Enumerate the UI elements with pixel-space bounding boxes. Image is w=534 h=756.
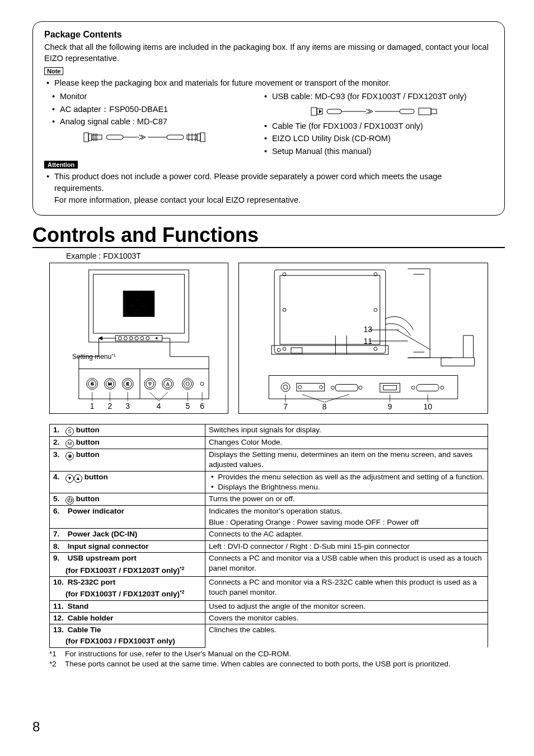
example-label: Example : FDX1003T	[66, 251, 505, 260]
svg-point-67	[184, 380, 191, 388]
svg-rect-33	[115, 335, 162, 341]
note-line: Please keep the packaging box and materi…	[44, 77, 493, 89]
right-items2: Cable Tie (for FDX1003 / FDX1003T only) …	[264, 120, 493, 157]
svg-point-101	[298, 385, 302, 389]
note-label: Note	[44, 67, 63, 75]
left-items: Monitor AC adapter：FSP050-DBAE1 Analog s…	[52, 90, 251, 128]
svg-rect-18	[327, 109, 341, 114]
svg-text:Information: Information	[133, 311, 144, 314]
att-line1: This product does not include a power co…	[54, 172, 442, 193]
svg-rect-3	[106, 135, 123, 139]
item-tie: Cable Tie (for FDX1003 / FDX1003T only)	[264, 120, 493, 132]
item-manual: Setup Manual (this manual)	[264, 145, 493, 157]
item-monitor: Monitor	[52, 90, 251, 102]
svg-rect-16	[311, 108, 317, 115]
svg-point-99	[283, 385, 288, 389]
svg-rect-97	[269, 376, 457, 399]
contents-columns: Monitor AC adapter：FSP050-DBAE1 Analog s…	[44, 90, 493, 157]
svg-line-74	[159, 392, 168, 401]
svg-text:Color: Color	[136, 298, 142, 301]
fn2-text: These ports cannot be used at the same t…	[65, 659, 488, 669]
svg-point-93	[277, 348, 280, 352]
svg-rect-22	[419, 108, 431, 115]
svg-rect-85	[280, 276, 380, 344]
svg-point-68	[186, 382, 189, 385]
svg-text:8: 8	[322, 402, 327, 411]
svg-text:6: 6	[200, 402, 204, 410]
figure-rear: 13 11 7 8 9 10	[238, 263, 488, 414]
svg-point-39	[146, 337, 149, 340]
svg-point-40	[156, 338, 157, 339]
svg-rect-103	[335, 384, 358, 391]
svg-text:7: 7	[283, 402, 288, 411]
svg-point-69	[200, 382, 204, 385]
svg-text:Screen: Screen	[135, 302, 143, 305]
svg-text:PowerManager: PowerManager	[132, 305, 147, 307]
svg-text:3: 3	[125, 402, 130, 410]
svg-text:S: S	[91, 381, 93, 386]
svg-point-110	[441, 386, 444, 389]
svg-rect-107	[383, 385, 397, 390]
svg-rect-94	[291, 348, 302, 353]
analog-cable-icon	[83, 129, 212, 145]
usb-cable-icon	[310, 104, 439, 119]
svg-point-35	[124, 337, 127, 340]
svg-line-113	[325, 394, 350, 402]
svg-text:Setting menu*1: Setting menu*1	[72, 353, 116, 361]
svg-point-91	[374, 308, 377, 311]
svg-text:2: 2	[108, 402, 113, 410]
svg-rect-108	[416, 384, 439, 391]
svg-point-109	[411, 386, 415, 389]
svg-text:Menu: Menu	[135, 294, 143, 297]
svg-text:E: E	[126, 381, 129, 386]
right-col: USB cable: MD-C93 (for FDX1003T / FDX120…	[256, 90, 493, 157]
svg-rect-23	[431, 109, 437, 114]
svg-point-34	[118, 337, 121, 340]
svg-point-105	[359, 386, 362, 389]
svg-rect-0	[84, 133, 88, 142]
att-line2: For more information, please contact you…	[54, 195, 301, 204]
svg-text:10: 10	[423, 402, 432, 411]
package-contents-box: Package Contents Check that all the foll…	[32, 21, 505, 216]
figures: Menu Color Screen PowerManager Monitor S…	[49, 263, 488, 414]
svg-line-112	[302, 394, 325, 402]
attention-list: This product does not include a power co…	[44, 171, 493, 206]
svg-line-73	[150, 392, 159, 401]
svg-text:▼: ▼	[148, 381, 152, 386]
item-cd: EIZO LCD Utility Disk (CD-ROM)	[264, 132, 493, 144]
svg-rect-9	[200, 133, 205, 142]
page-number: 8	[32, 719, 40, 735]
svg-rect-100	[297, 383, 325, 391]
svg-point-89	[374, 347, 377, 351]
svg-rect-8	[197, 134, 200, 141]
section-title: Controls and Functions	[32, 223, 505, 248]
svg-rect-21	[400, 109, 414, 114]
svg-point-36	[129, 337, 133, 340]
svg-rect-106	[380, 383, 400, 392]
svg-point-90	[283, 308, 286, 311]
svg-text:1: 1	[90, 402, 95, 410]
footnotes: *1For instructions for use, refer to the…	[49, 649, 488, 669]
fn2-mark: *2	[49, 659, 65, 669]
svg-point-88	[283, 347, 286, 351]
svg-point-98	[281, 382, 290, 391]
svg-text:11: 11	[363, 337, 372, 346]
fn1-mark: *1	[49, 649, 65, 659]
item-usb: USB cable: MD-C93 (for FDX1003T / FDX120…	[264, 90, 493, 102]
item-analog: Analog signal cable : MD-C87	[52, 115, 251, 128]
attention-text: This product does not include a power co…	[44, 171, 493, 206]
svg-point-102	[320, 385, 323, 389]
svg-point-104	[331, 386, 334, 389]
svg-text:4: 4	[157, 402, 161, 410]
package-title: Package Contents	[44, 30, 493, 40]
note-list: Please keep the packaging box and materi…	[44, 77, 493, 89]
controls-table: 1.S buttonSwitches input signals for dis…	[49, 424, 488, 648]
svg-text:13: 13	[363, 325, 372, 334]
left-col: Monitor AC adapter：FSP050-DBAE1 Analog s…	[44, 90, 251, 157]
svg-point-37	[135, 337, 138, 340]
svg-text:5: 5	[185, 402, 190, 410]
figure-front: Menu Color Screen PowerManager Monitor S…	[49, 263, 228, 414]
item-ac: AC adapter：FSP050-DBAE1	[52, 103, 251, 115]
svg-text:Monitor Settings: Monitor Settings	[131, 308, 147, 311]
fn1-text: For instructions for use, refer to the U…	[65, 649, 488, 659]
